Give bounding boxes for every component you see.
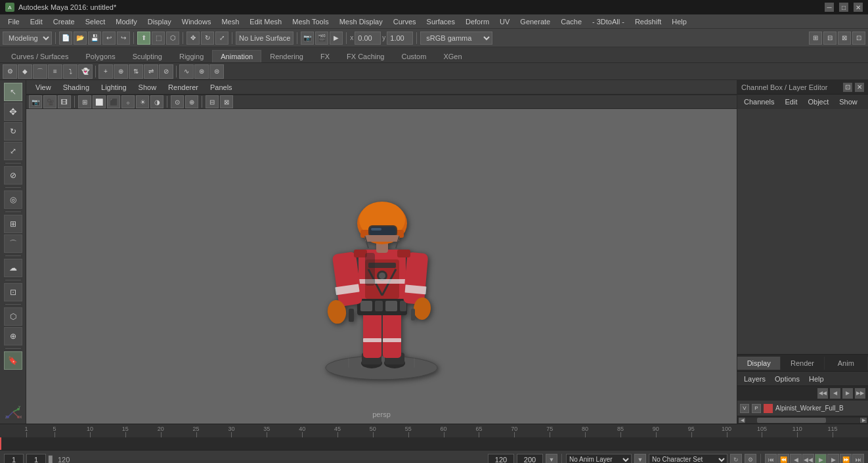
pivot-button[interactable]: ◎ xyxy=(4,190,22,209)
tb2-ik-button[interactable]: ⇌ xyxy=(144,64,158,79)
3d-viewport[interactable]: persp xyxy=(26,109,737,424)
menu-deform[interactable]: Deform xyxy=(460,16,494,27)
panel-button-1[interactable]: ⊞ xyxy=(809,32,822,45)
scroll-right-arrow[interactable]: ▶ xyxy=(860,418,867,423)
anim-layer-selector[interactable]: No Anim Layer xyxy=(566,454,632,464)
scroll-track[interactable] xyxy=(745,418,860,423)
tab-anim[interactable]: Anim xyxy=(825,357,868,370)
layer-nav-prev[interactable]: ◀ xyxy=(830,388,840,399)
step-back-button[interactable]: ◀ xyxy=(790,454,802,464)
tab-rendering[interactable]: Rendering xyxy=(261,50,312,62)
range-end-2-input[interactable] xyxy=(517,454,543,464)
vp-menu-view[interactable]: View xyxy=(30,82,56,93)
next-key-button[interactable]: ⏩ xyxy=(840,454,852,464)
timeline-ruler[interactable]: 1510152025303540455055606570758085909510… xyxy=(0,424,868,437)
panel-button-2[interactable]: ⊟ xyxy=(823,32,836,45)
vp-menu-lighting[interactable]: Lighting xyxy=(96,82,132,93)
tab-xgen[interactable]: XGen xyxy=(435,50,470,62)
maximize-button[interactable]: □ xyxy=(839,3,848,12)
step-forward-button[interactable]: ▶ xyxy=(827,454,839,464)
cb-menu-show[interactable]: Show xyxy=(835,97,861,107)
range-end-1-input[interactable] xyxy=(488,454,514,464)
tb2-snap-button[interactable]: ⊕ xyxy=(114,64,128,79)
menu-surfaces[interactable]: Surfaces xyxy=(422,16,460,27)
character-set-selector[interactable]: No Character Set xyxy=(649,454,727,464)
soft-select-button[interactable]: ☁ xyxy=(4,259,22,277)
menu-mesh[interactable]: Mesh xyxy=(216,16,244,27)
snap-grid-button[interactable]: ⊞ xyxy=(4,215,22,233)
play-forward-button[interactable]: ▶ xyxy=(815,454,827,464)
tab-fx[interactable]: FX xyxy=(312,50,338,62)
menu-display[interactable]: Display xyxy=(142,16,177,27)
tb2-ghost-button[interactable]: 👻 xyxy=(78,64,93,79)
new-file-button[interactable]: 📄 xyxy=(59,32,72,45)
lm-options[interactable]: Options xyxy=(771,374,804,384)
layer-nav-next[interactable]: ▶ xyxy=(842,388,853,399)
scroll-left-arrow[interactable]: ◀ xyxy=(739,418,745,423)
panel-button-3[interactable]: ⊠ xyxy=(838,32,851,45)
tab-fx-caching[interactable]: FX Caching xyxy=(338,50,393,62)
play-back-button[interactable]: ◀◀ xyxy=(802,454,814,464)
paint-select-button[interactable]: ⬡ xyxy=(166,32,179,45)
last-tool-button[interactable]: ⊘ xyxy=(4,166,22,185)
tb2-blend-button[interactable]: ⊛ xyxy=(194,64,209,79)
vp-shade-btn[interactable]: ◑ xyxy=(150,95,163,108)
menu-3dtoa[interactable]: - 3DtoAll - xyxy=(587,16,630,27)
tab-display[interactable]: Display xyxy=(737,357,781,370)
tb2-settings-button[interactable]: ⚙ xyxy=(3,64,17,79)
vp-texture-btn[interactable]: ⬦ xyxy=(121,95,135,108)
ipr-button[interactable]: ▶ xyxy=(330,32,343,45)
open-file-button[interactable]: 📂 xyxy=(74,32,87,45)
char-set-options[interactable]: ⚙ xyxy=(745,454,756,464)
menu-file[interactable]: File xyxy=(3,16,25,27)
rotate-mode-button[interactable]: ↻ xyxy=(4,122,22,141)
component-button[interactable]: ⊕ xyxy=(4,327,22,345)
snap-curve-button[interactable]: ⌒ xyxy=(4,234,22,253)
bookmark-button[interactable]: 🔖 xyxy=(4,351,22,370)
menu-mesh-display[interactable]: Mesh Display xyxy=(334,16,388,27)
select-tool-button[interactable]: ⬆ xyxy=(137,32,150,45)
close-button[interactable]: ✕ xyxy=(854,3,863,12)
panel-button-4[interactable]: ⊡ xyxy=(852,32,865,45)
minimize-button[interactable]: ─ xyxy=(825,3,834,12)
menu-edit-mesh[interactable]: Edit Mesh xyxy=(244,16,287,27)
vp-menu-panels[interactable]: Panels xyxy=(205,82,238,93)
vp-menu-show[interactable]: Show xyxy=(133,82,162,93)
camera-button[interactable]: 📷 xyxy=(301,32,314,45)
vp-camera2-btn[interactable]: 🎥 xyxy=(43,95,56,108)
tb2-dope-button[interactable]: ≡ xyxy=(48,64,62,79)
menu-generate[interactable]: Generate xyxy=(515,16,555,27)
layer-nav-prev-prev[interactable]: ◀◀ xyxy=(817,388,828,399)
menu-select[interactable]: Select xyxy=(80,16,111,27)
save-file-button[interactable]: 💾 xyxy=(88,32,101,45)
prev-key-button[interactable]: ⏪ xyxy=(777,454,789,464)
vp-wire-btn[interactable]: ⊞ xyxy=(78,95,91,108)
move-tool-button[interactable]: ✥ xyxy=(186,32,200,45)
window-controls[interactable]: ─ □ ✕ xyxy=(825,3,863,12)
go-end-button[interactable]: ⏭ xyxy=(852,454,864,464)
tb2-constraint-button[interactable]: ⇅ xyxy=(129,64,143,79)
cb-close-button[interactable]: ✕ xyxy=(855,83,864,92)
frame-current-input[interactable] xyxy=(26,454,46,464)
tab-sculpting[interactable]: Sculpting xyxy=(124,50,171,62)
workspace-selector[interactable]: Modeling xyxy=(3,32,52,45)
tab-curves-surfaces[interactable]: Curves / Surfaces xyxy=(3,50,77,62)
layer-p-toggle[interactable]: P xyxy=(752,404,761,413)
tb2-motion-button[interactable]: ⤵ xyxy=(63,64,77,79)
lasso-select-button[interactable]: ⬚ xyxy=(152,32,165,45)
tb2-deform-button[interactable]: ∿ xyxy=(179,64,194,79)
tb2-keyframe-button[interactable]: ◆ xyxy=(18,64,32,79)
anim-layer-button[interactable]: ▼ xyxy=(634,454,646,464)
vp-grid-btn[interactable]: ⊟ xyxy=(206,95,219,108)
tb2-skin-button[interactable]: ⊘ xyxy=(159,64,173,79)
tab-custom[interactable]: Custom xyxy=(393,50,435,62)
vp-film-btn[interactable]: 🎞 xyxy=(58,95,71,108)
redo-button[interactable]: ↪ xyxy=(117,32,130,45)
poly-select-button[interactable]: ⬡ xyxy=(4,307,22,326)
vp-smooth-btn[interactable]: ⬜ xyxy=(93,95,106,108)
menu-uv[interactable]: UV xyxy=(494,16,515,27)
menu-cache[interactable]: Cache xyxy=(555,16,587,27)
go-start-button[interactable]: ⏮ xyxy=(765,454,777,464)
vp-xray-btn[interactable]: ⊙ xyxy=(171,95,184,108)
color-space-selector[interactable]: sRGB gamma xyxy=(420,32,492,45)
